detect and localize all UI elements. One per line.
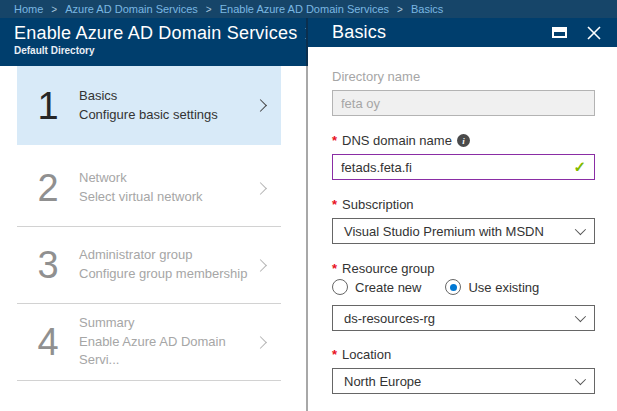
breadcrumb-home[interactable]: Home xyxy=(14,3,43,15)
breadcrumb-enable-aadds[interactable]: Enable Azure AD Domain Services xyxy=(220,3,389,15)
location-dropdown[interactable]: North Europe xyxy=(332,368,595,394)
location-label: * Location xyxy=(332,347,595,362)
step-number: 3 xyxy=(17,246,79,284)
chevron-right-icon xyxy=(254,182,267,195)
wizard-panel: Enable Azure AD Domain Services Default … xyxy=(0,18,306,411)
step-title: Summary xyxy=(79,314,256,333)
radio-icon xyxy=(332,279,348,295)
basics-form: Directory name * DNS domain name i ✓ xyxy=(308,47,617,411)
directory-name-label: Directory name xyxy=(332,69,595,84)
chevron-down-icon xyxy=(575,374,586,385)
valid-check-icon: ✓ xyxy=(573,158,586,176)
subscription-label: * Subscription xyxy=(332,197,595,212)
step-item-basics[interactable]: 1 Basics Configure basic settings xyxy=(17,66,281,145)
step-number: 2 xyxy=(17,169,79,207)
step-title: Administrator group xyxy=(79,246,256,265)
resource-group-dropdown[interactable]: ds-resources-rg xyxy=(332,305,595,331)
subscription-dropdown[interactable]: Visual Studio Premium with MSDN xyxy=(332,218,595,244)
wizard-panel-header: Enable Azure AD Domain Services Default … xyxy=(0,18,306,66)
breadcrumb-separator-icon: > xyxy=(397,4,403,15)
divider xyxy=(17,226,281,227)
step-item-administrator-group[interactable]: 3 Administrator group Configure group me… xyxy=(17,234,281,296)
step-subtitle: Enable Azure AD Domain Servi... xyxy=(79,333,256,371)
step-item-summary[interactable]: 4 Summary Enable Azure AD Domain Servi..… xyxy=(17,311,281,373)
required-asterisk: * xyxy=(332,347,337,362)
close-icon[interactable] xyxy=(587,26,601,40)
required-asterisk: * xyxy=(332,261,337,276)
dns-domain-name-label: * DNS domain name i xyxy=(332,133,595,148)
info-icon[interactable]: i xyxy=(457,134,470,147)
breadcrumb: Home > Azure AD Domain Services > Enable… xyxy=(0,0,617,18)
chevron-down-icon xyxy=(575,311,586,322)
directory-subtitle: Default Directory xyxy=(14,45,294,56)
step-item-network[interactable]: 2 Network Select virtual network xyxy=(17,157,281,219)
breadcrumb-separator-icon: > xyxy=(51,4,57,15)
subscription-value: Visual Studio Premium with MSDN xyxy=(344,224,544,239)
radio-create-new[interactable]: Create new xyxy=(332,279,421,295)
chevron-right-icon xyxy=(254,336,267,349)
directory-name-field: Directory name xyxy=(332,69,595,116)
radio-label: Create new xyxy=(355,280,421,295)
step-subtitle: Select virtual network xyxy=(79,188,256,207)
wizard-steps: 1 Basics Configure basic settings 2 Netw… xyxy=(0,66,306,388)
step-subtitle: Configure basic settings xyxy=(79,106,256,125)
step-title: Basics xyxy=(79,87,256,106)
wizard-title: Enable Azure AD Domain Services xyxy=(14,23,297,44)
breadcrumb-separator-icon: > xyxy=(206,4,212,15)
step-subtitle: Configure group membership xyxy=(79,265,256,284)
location-field: * Location North Europe xyxy=(332,347,595,394)
step-number: 4 xyxy=(17,323,79,361)
chevron-right-icon xyxy=(254,99,267,112)
maximize-icon[interactable] xyxy=(552,27,567,38)
step-number: 1 xyxy=(17,87,79,125)
directory-name-input xyxy=(332,90,595,116)
step-title: Network xyxy=(79,169,256,188)
radio-icon-checked xyxy=(445,279,461,295)
resource-group-value: ds-resources-rg xyxy=(344,311,435,326)
chevron-right-icon xyxy=(254,259,267,272)
chevron-down-icon xyxy=(575,224,586,235)
azure-portal-screen: Home > Azure AD Domain Services > Enable… xyxy=(0,0,617,411)
radio-use-existing[interactable]: Use existing xyxy=(445,279,539,295)
required-asterisk: * xyxy=(332,133,337,148)
dns-domain-name-field: * DNS domain name i ✓ xyxy=(332,133,595,180)
basics-blade-header: Basics xyxy=(308,18,617,47)
required-asterisk: * xyxy=(332,197,337,212)
divider xyxy=(17,380,281,381)
blade-title: Basics xyxy=(332,22,386,43)
resource-group-label: * Resource group xyxy=(332,261,595,276)
divider xyxy=(17,303,281,304)
subscription-field: * Subscription Visual Studio Premium wit… xyxy=(332,197,595,244)
radio-label: Use existing xyxy=(468,280,539,295)
basics-blade: Basics Directory name xyxy=(308,18,617,411)
breadcrumb-basics[interactable]: Basics xyxy=(411,3,443,15)
location-value: North Europe xyxy=(344,374,421,389)
resource-group-field: * Resource group Create new Use existing xyxy=(332,261,595,331)
breadcrumb-aadds[interactable]: Azure AD Domain Services xyxy=(65,3,198,15)
dns-domain-name-input[interactable] xyxy=(332,154,595,180)
